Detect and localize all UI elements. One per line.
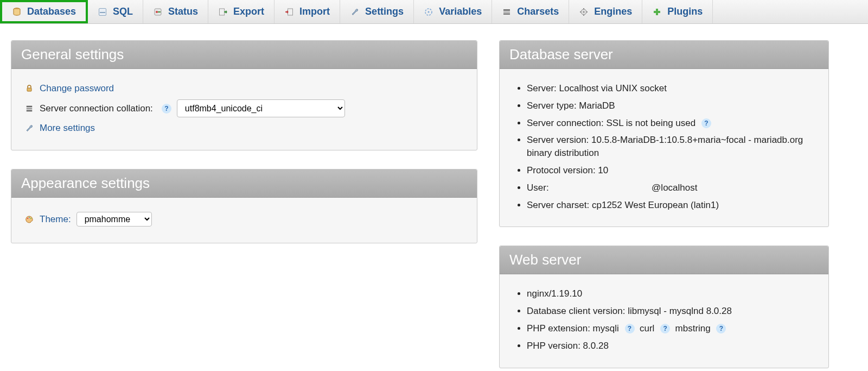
main-content: General settings Change password Server … (0, 24, 868, 371)
svg-point-18 (27, 218, 28, 219)
sql-icon (98, 7, 107, 17)
svg-rect-10 (503, 11, 510, 13)
tab-variables[interactable]: Variables (414, 0, 492, 23)
list-item: Database client version: libmysql - mysq… (527, 305, 815, 318)
dbserver-info-list: Server: Localhost via UNIX socket Server… (513, 82, 815, 211)
svg-rect-6 (288, 9, 293, 15)
tab-label: SQL (113, 6, 133, 17)
list-item: User: @localhost (527, 181, 815, 194)
row-change-password: Change password (24, 83, 464, 94)
svg-rect-9 (503, 9, 510, 11)
svg-rect-11 (503, 13, 510, 15)
svg-rect-16 (27, 108, 33, 109)
panel-database-server: Database server Server: Localhost via UN… (499, 40, 829, 227)
row-collation: Server connection collation: ? utf8mb4_u… (24, 99, 464, 117)
list-item: Server charset: cp1252 West European (la… (527, 199, 815, 212)
tab-label: Settings (365, 6, 404, 17)
svg-point-8 (428, 11, 430, 12)
help-icon[interactable]: ? (701, 118, 711, 128)
collation-select[interactable]: utf8mb4_unicode_ci (177, 99, 345, 117)
right-column: Database server Server: Localhost via UN… (499, 40, 829, 368)
panel-general-settings: General settings Change password Server … (11, 40, 477, 150)
panel-title-general: General settings (11, 41, 477, 69)
tab-import[interactable]: Import (275, 0, 340, 23)
svg-rect-17 (27, 110, 33, 111)
tab-label: Plugins (667, 6, 703, 17)
wrench-icon (350, 7, 360, 17)
panel-appearance-settings: Appearance settings Theme: pmahomme (11, 169, 477, 243)
list-item: Server type: MariaDB (527, 99, 815, 112)
svg-rect-5 (220, 9, 225, 15)
theme-label[interactable]: Theme: (40, 214, 71, 225)
tab-plugins[interactable]: Plugins (642, 0, 713, 23)
tab-settings[interactable]: Settings (340, 0, 414, 23)
export-icon (218, 7, 228, 17)
variables-icon (424, 7, 433, 17)
charsets-icon (502, 7, 512, 17)
panel-web-server: Web server nginx/1.19.10 Database client… (499, 246, 829, 368)
help-icon[interactable]: ? (625, 324, 635, 334)
plugins-icon (652, 7, 662, 17)
tab-label: Databases (27, 6, 76, 17)
lock-key-icon (24, 84, 34, 93)
wrench-icon (24, 123, 34, 133)
svg-rect-15 (27, 105, 33, 107)
tab-label: Engines (594, 6, 632, 17)
panel-title-dbserver: Database server (500, 41, 828, 69)
tab-label: Variables (439, 6, 482, 17)
list-item: nginx/1.19.10 (527, 287, 815, 300)
import-icon (284, 7, 294, 17)
palette-icon (24, 215, 34, 224)
help-icon[interactable]: ? (162, 104, 171, 114)
tab-engines[interactable]: Engines (569, 0, 642, 23)
list-item: Server: Localhost via UNIX socket (527, 82, 815, 95)
theme-select[interactable]: pmahomme (76, 212, 152, 227)
database-icon (12, 7, 22, 17)
tab-label: Export (233, 6, 264, 17)
collation-label: Server connection collation: (40, 103, 153, 114)
tab-databases[interactable]: Databases (0, 0, 88, 23)
left-column: General settings Change password Server … (11, 40, 477, 368)
help-icon[interactable]: ? (716, 324, 726, 334)
tab-sql[interactable]: SQL (88, 0, 143, 23)
link-more-settings[interactable]: More settings (40, 123, 95, 134)
tab-charsets[interactable]: Charsets (492, 0, 569, 23)
tab-label: Import (299, 6, 330, 17)
tab-status[interactable]: Status (143, 0, 208, 23)
row-theme: Theme: pmahomme (24, 212, 464, 227)
top-tabbar: Databases SQL Status Export Import Setti… (0, 0, 868, 24)
list-item: PHP version: 8.0.28 (527, 339, 815, 353)
panel-title-appearance: Appearance settings (11, 169, 477, 198)
row-more-settings: More settings (24, 123, 464, 134)
list-item: Server version: 10.5.8-MariaDB-1:10.5.8+… (527, 134, 815, 160)
tab-label: Status (168, 6, 198, 17)
svg-rect-2 (100, 12, 105, 13)
svg-point-13 (583, 11, 585, 12)
svg-point-20 (30, 218, 31, 219)
svg-point-4 (156, 11, 158, 13)
svg-point-19 (29, 217, 30, 218)
list-icon (24, 104, 34, 114)
svg-rect-14 (27, 88, 31, 91)
webserver-info-list: nginx/1.19.10 Database client version: l… (513, 287, 815, 352)
link-change-password[interactable]: Change password (40, 83, 114, 94)
list-item: PHP extension: mysqli ? curl ? mbstring … (527, 322, 815, 335)
list-item: Protocol version: 10 (527, 164, 815, 177)
tab-export[interactable]: Export (208, 0, 275, 23)
help-icon[interactable]: ? (660, 324, 670, 334)
list-item: Server connection: SSL is not being used… (527, 117, 815, 130)
panel-title-webserver: Web server (500, 246, 828, 274)
status-icon (153, 7, 163, 17)
tab-label: Charsets (517, 6, 559, 17)
engines-icon (579, 7, 589, 17)
